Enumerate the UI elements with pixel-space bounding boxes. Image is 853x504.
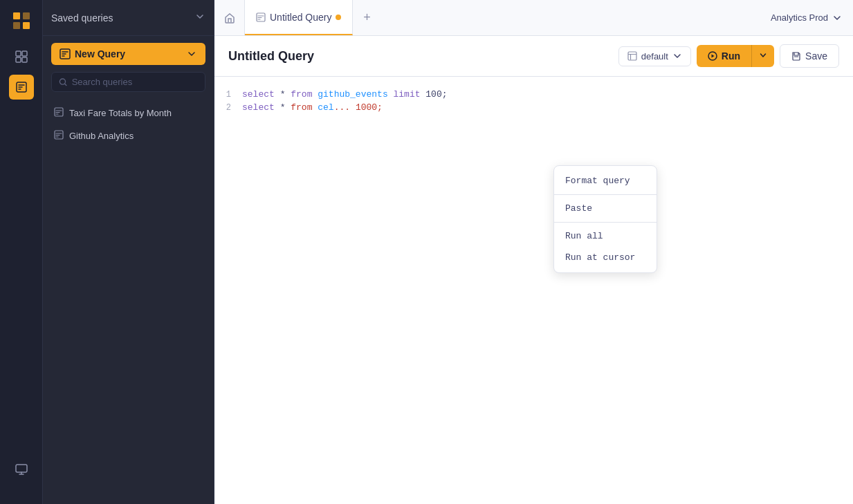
code-content: select * from cel... 1000; xyxy=(242,102,383,113)
search-icon xyxy=(59,77,68,87)
sidebar-icon-monitor[interactable] xyxy=(9,457,34,482)
limit-value: ... xyxy=(334,102,350,113)
main-content: Untitled Query + Analytics Prod Untitled… xyxy=(214,0,853,504)
context-menu-format-query[interactable]: Format query xyxy=(554,170,657,192)
context-menu-run-all-label: Run all xyxy=(565,231,603,241)
svg-rect-6 xyxy=(16,57,21,62)
query-header: Untitled Query default Run xyxy=(214,36,853,77)
logo xyxy=(9,8,34,33)
keyword: limit xyxy=(393,89,420,100)
add-tab-button[interactable]: + xyxy=(353,0,380,35)
run-button[interactable]: Run xyxy=(697,45,774,67)
svg-rect-7 xyxy=(22,57,27,62)
connection-label: Analytics Prod xyxy=(771,12,828,23)
query-title: Untitled Query xyxy=(228,49,314,64)
context-menu: Format query Paste Run all Run at cursor xyxy=(553,165,657,273)
keyword: select xyxy=(242,89,275,100)
context-menu-format-query-label: Format query xyxy=(565,176,630,186)
run-chevron-icon xyxy=(759,51,767,59)
code-editor[interactable]: 1 select * from github_events limit 100;… xyxy=(214,77,853,504)
new-query-btn-left: New Query xyxy=(59,48,125,59)
active-tab[interactable]: Untitled Query xyxy=(245,0,353,35)
context-menu-run-at-cursor-label: Run at cursor xyxy=(565,252,635,263)
operator: 100; xyxy=(425,89,447,100)
query-actions: default Run xyxy=(618,44,839,68)
svg-rect-0 xyxy=(13,12,20,19)
run-dropdown-button[interactable] xyxy=(752,46,774,67)
line-number: 2 xyxy=(214,103,242,113)
run-main-button[interactable]: Run xyxy=(697,45,752,67)
search-box[interactable] xyxy=(51,72,205,92)
code-line-1: 1 select * from github_events limit 100; xyxy=(214,88,853,101)
table-name: github_events xyxy=(318,89,393,100)
svg-rect-9 xyxy=(16,465,27,472)
save-label: Save xyxy=(805,50,827,62)
query-list-icon xyxy=(54,107,64,119)
sidebar xyxy=(0,0,43,504)
connection-selector[interactable]: Analytics Prod xyxy=(771,12,842,23)
limit-num: 1000; xyxy=(350,102,383,113)
run-label: Run xyxy=(722,50,740,62)
tab-label: Untitled Query xyxy=(270,12,331,23)
context-menu-run-at-cursor[interactable]: Run at cursor xyxy=(554,247,657,268)
add-tab-label: + xyxy=(363,10,371,25)
table-name: cel xyxy=(318,102,333,113)
save-button[interactable]: Save xyxy=(780,44,839,68)
schema-chevron-icon xyxy=(672,51,682,61)
tab-list: Untitled Query + xyxy=(214,0,771,35)
svg-rect-3 xyxy=(23,22,30,29)
search-input[interactable] xyxy=(72,77,198,87)
svg-rect-1 xyxy=(23,12,30,19)
chevron-down-icon xyxy=(194,11,205,25)
query-tab-icon xyxy=(256,12,266,22)
keyword: select xyxy=(242,102,275,113)
schema-selector[interactable]: default xyxy=(618,46,691,66)
sidebar-icon-query[interactable] xyxy=(9,75,34,100)
operator: * xyxy=(280,89,291,100)
chevron-down-icon xyxy=(832,13,842,23)
list-item[interactable]: Github Analytics xyxy=(43,124,214,147)
new-query-label: New Query xyxy=(75,48,125,59)
new-query-icon xyxy=(59,48,71,59)
save-icon xyxy=(791,51,801,61)
svg-rect-4 xyxy=(16,51,21,56)
list-item[interactable]: Taxi Fare Totals by Month xyxy=(43,102,214,124)
context-menu-paste-label: Paste xyxy=(565,203,592,214)
context-menu-separator xyxy=(554,194,657,195)
code-content: select * from github_events limit 100; xyxy=(242,89,448,100)
context-menu-run-all[interactable]: Run all xyxy=(554,225,657,247)
new-query-button[interactable]: New Query xyxy=(51,43,205,65)
saved-queries-title: Saved queries xyxy=(51,12,113,24)
schema-label: default xyxy=(641,51,668,62)
list-item-label: Taxi Fare Totals by Month xyxy=(69,108,172,118)
line-number: 1 xyxy=(214,90,242,100)
home-icon xyxy=(224,12,235,24)
code-line-2: 2 select * from cel... 1000; xyxy=(214,101,853,114)
keyword: from xyxy=(291,89,312,100)
query-list: Taxi Fare Totals by Month Github Analyti… xyxy=(43,99,214,504)
svg-rect-5 xyxy=(22,51,27,56)
operator: * xyxy=(280,102,291,113)
top-bar-right: Analytics Prod xyxy=(771,12,847,23)
saved-queries-header[interactable]: Saved queries xyxy=(43,0,214,36)
context-menu-paste[interactable]: Paste xyxy=(554,198,657,219)
left-panel: Saved queries New Query xyxy=(43,0,214,504)
context-menu-separator-2 xyxy=(554,222,657,223)
svg-rect-15 xyxy=(628,52,636,60)
home-button[interactable] xyxy=(214,0,245,35)
query-list-icon xyxy=(54,130,64,142)
keyword: from xyxy=(291,102,312,113)
svg-rect-2 xyxy=(13,22,20,29)
list-item-label: Github Analytics xyxy=(69,131,134,141)
table-icon xyxy=(627,51,637,61)
sidebar-icon-grid[interactable] xyxy=(9,44,34,69)
play-icon xyxy=(708,51,717,61)
new-query-chevron-icon xyxy=(186,48,197,59)
sidebar-bottom xyxy=(9,457,34,482)
tab-unsaved-dot xyxy=(336,15,341,20)
top-bar: Untitled Query + Analytics Prod xyxy=(214,0,853,36)
